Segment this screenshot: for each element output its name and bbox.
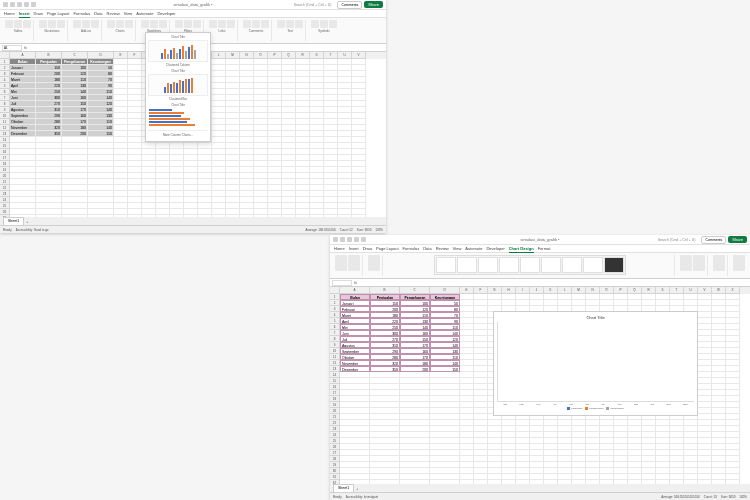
rbtn[interactable] [150,20,158,28]
rbtn[interactable] [5,20,13,28]
rbtn[interactable] [91,20,99,28]
quick-layout-button[interactable] [348,255,360,271]
col-head[interactable]: M [572,287,586,294]
tab-data[interactable]: Data [423,245,431,252]
home-icon[interactable] [10,2,15,7]
spreadsheet-grid[interactable]: Chart Title JanFebMarAprMeiJunJulAguSepO… [330,287,750,490]
tab-home[interactable]: Home [334,245,345,252]
rbtn[interactable] [141,20,149,28]
tab-chart-design[interactable]: Chart Design [509,245,534,253]
col-head[interactable]: V [698,287,712,294]
name-box[interactable]: A1 [2,45,22,51]
chart-type-dropdown[interactable]: Chart Title Clustered Column Chart Title… [145,32,211,142]
style-4[interactable] [499,257,519,273]
undo-icon[interactable] [24,2,29,7]
rbtn[interactable] [39,20,47,28]
rbtn[interactable] [73,20,81,28]
more-charts-link[interactable]: More Column Charts... [148,130,208,137]
rbtn[interactable] [329,20,337,28]
comments-button[interactable]: Comments [337,1,362,9]
name-box[interactable] [332,280,352,286]
tab-automate[interactable]: Automate [465,245,482,252]
fx-icon[interactable]: fx [24,45,27,50]
col-head[interactable]: W [712,287,726,294]
save-icon[interactable] [347,237,352,242]
rbtn[interactable] [48,20,56,28]
style-5[interactable] [520,257,540,273]
col-head[interactable]: B [36,52,62,59]
rbtn[interactable] [277,20,285,28]
col-head[interactable]: O [254,52,268,59]
col-head[interactable]: I [516,287,530,294]
style-7[interactable] [562,257,582,273]
clustered-column-preview[interactable] [148,40,208,62]
rbtn[interactable] [57,20,65,28]
clustered-bar-preview[interactable] [148,108,208,128]
tab-insert[interactable]: Insert [19,10,30,18]
col-head[interactable]: U [338,52,352,59]
add-sheet-icon[interactable]: + [26,219,28,224]
rbtn[interactable] [82,20,90,28]
style-9[interactable] [604,257,624,273]
rbtn[interactable] [218,20,226,28]
sheet-tab[interactable]: Sheet1 [333,484,354,492]
tab-formulas[interactable]: Formulas [73,10,90,17]
switch-rowcol-button[interactable] [680,255,692,271]
add-sheet-icon[interactable]: + [356,486,358,491]
col-head[interactable]: T [670,287,684,294]
change-type-button[interactable] [713,255,725,271]
tab-draw[interactable]: Draw [363,245,372,252]
tab-format[interactable]: Format [538,245,551,252]
col-head[interactable]: E [114,52,128,59]
tab-view[interactable]: View [453,245,462,252]
tab-page-layout[interactable]: Page Layout [47,10,69,17]
col-head[interactable]: C [400,287,430,294]
fx-icon[interactable]: fx [354,280,357,285]
tab-view[interactable]: View [124,10,133,17]
share-button[interactable]: Share [728,236,747,243]
rbtn[interactable] [23,20,31,28]
tab-insert[interactable]: Insert [349,245,359,252]
tab-home[interactable]: Home [4,10,15,17]
col-head[interactable]: P [268,52,282,59]
col-head[interactable]: F [128,52,142,59]
rbtn[interactable] [286,20,294,28]
add-element-button[interactable] [335,255,347,271]
col-head[interactable]: O [600,287,614,294]
tab-data[interactable]: Data [94,10,102,17]
chart-styles-gallery[interactable] [434,255,626,275]
rbtn[interactable] [184,20,192,28]
tab-formulas[interactable]: Formulas [403,245,420,252]
col-head[interactable]: S [656,287,670,294]
col-head[interactable]: K [544,287,558,294]
rbtn[interactable] [107,20,115,28]
tab-draw[interactable]: Draw [34,10,43,17]
rbtn[interactable] [14,20,22,28]
rbtn[interactable] [209,20,217,28]
embedded-chart[interactable]: Chart Title JanFebMarAprMeiJunJulAguSepO… [493,311,698,416]
col-head[interactable]: T [324,52,338,59]
col-head[interactable]: J [530,287,544,294]
rbtn[interactable] [311,20,319,28]
status-zoom[interactable]: 100% [375,228,383,232]
rbtn[interactable] [261,20,269,28]
col-head[interactable]: M [226,52,240,59]
col-head[interactable]: S [310,52,324,59]
rbtn[interactable] [175,20,183,28]
tab-automate[interactable]: Automate [136,10,153,17]
style-3[interactable] [478,257,498,273]
undo-icon[interactable] [354,237,359,242]
col-head[interactable]: H [502,287,516,294]
style-2[interactable] [457,257,477,273]
col-head[interactable]: N [586,287,600,294]
col-head[interactable]: C [62,52,88,59]
style-1[interactable] [436,257,456,273]
redo-icon[interactable] [31,2,36,7]
col-head[interactable]: B [370,287,400,294]
col-head[interactable]: R [296,52,310,59]
tab-review[interactable]: Review [436,245,449,252]
col-head[interactable]: L [558,287,572,294]
rbtn[interactable] [125,20,133,28]
rbtn[interactable] [227,20,235,28]
col-head[interactable]: V [352,52,366,59]
